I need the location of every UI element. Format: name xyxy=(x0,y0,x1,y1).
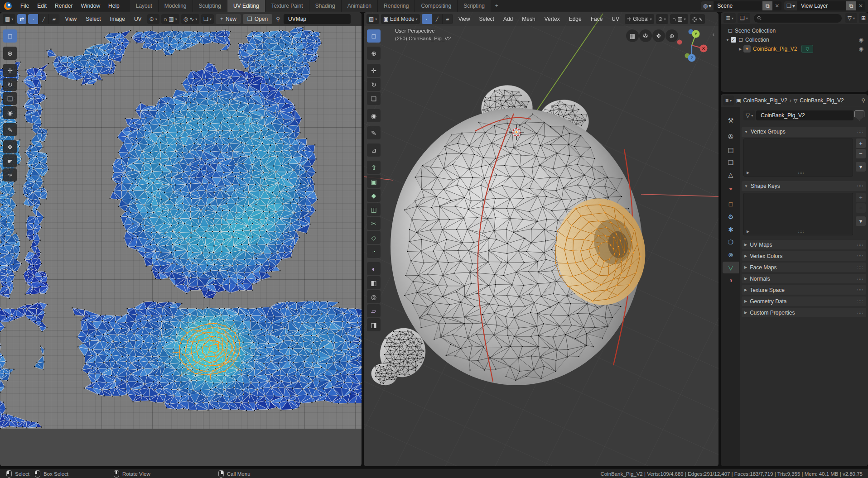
disclosure-right-icon[interactable]: ▶ xyxy=(747,171,749,175)
workspace-tab-animation[interactable]: Animation xyxy=(342,0,378,12)
properties-editor-type-button[interactable]: ≡▾ xyxy=(723,96,734,105)
uv-pivot-point-dropdown[interactable]: ⊙▾ xyxy=(147,14,159,24)
mesh-datablock-dropdown[interactable]: ▽▾ xyxy=(743,110,755,120)
menu-file[interactable]: File xyxy=(16,3,33,9)
tool-rip-region[interactable]: ◨ xyxy=(367,318,381,331)
tab-object-data[interactable]: ▽ xyxy=(723,262,739,273)
tool-pinch[interactable]: ✑ xyxy=(3,168,17,182)
tab-physics[interactable]: ❍ xyxy=(723,236,739,248)
uv-edge-select-button[interactable]: ╱ xyxy=(39,14,49,24)
collapse-region-icon[interactable]: ‹ xyxy=(713,31,714,38)
drag-grip-icon[interactable]: ∷∷ xyxy=(858,184,863,188)
tab-particles[interactable]: ✱ xyxy=(723,224,739,235)
browse-image-dropdown[interactable]: ❏▾ xyxy=(201,14,214,24)
workspace-tab-shading[interactable]: Shading xyxy=(309,0,342,12)
workspace-tab-uv-editing[interactable]: UV Editing xyxy=(227,0,265,12)
snapping-dropdown[interactable]: ∩▥▾ xyxy=(670,14,688,24)
outliner-row-scene-collection[interactable]: ⊟ Scene Collection xyxy=(721,26,868,35)
drag-grip-icon[interactable]: ∷∷ xyxy=(858,299,863,304)
outliner-search-input[interactable]: ⚲ xyxy=(754,14,842,23)
outliner-filter-dropdown[interactable]: ▽▾ xyxy=(845,13,857,23)
tool-move[interactable]: ✛ xyxy=(3,64,17,77)
vp-menu-select[interactable]: Select xyxy=(476,16,498,22)
drag-grip-icon[interactable]: ∷∷ xyxy=(858,243,863,247)
tab-world[interactable]: ◒ xyxy=(723,182,739,194)
tool-cursor[interactable]: ⊕ xyxy=(3,47,17,60)
disclosure-right-icon[interactable]: ▶ xyxy=(747,229,749,234)
tab-view-layer[interactable]: ❏ xyxy=(723,157,739,168)
panel-shape-keys[interactable]: ▼ Shape Keys ∷∷ xyxy=(742,181,866,191)
vp-menu-view[interactable]: View xyxy=(455,16,474,22)
editor-type-uv-button[interactable]: ▤▾ xyxy=(3,14,15,24)
new-collection-button[interactable]: ⊞ xyxy=(859,13,868,23)
transform-orientation-dropdown[interactable]: ✛Global▾ xyxy=(625,14,654,24)
vp-menu-uv[interactable]: UV xyxy=(608,16,623,22)
uv-menu-uv[interactable]: UV xyxy=(130,16,145,22)
tool-scale[interactable]: ❏ xyxy=(3,92,17,105)
panel-vertex-colors[interactable]: ▶Vertex Colors∷∷ xyxy=(742,251,866,261)
outliner-row-collection[interactable]: ▼ ✓ ⊟ Collection ◉ xyxy=(721,35,868,44)
menu-edit[interactable]: Edit xyxy=(33,3,51,9)
menu-window[interactable]: Window xyxy=(77,3,104,9)
vp-menu-vertex[interactable]: Vertex xyxy=(541,16,564,22)
disclosure-right-icon[interactable]: ▶ xyxy=(737,47,743,51)
navigation-axis-gizmo[interactable]: Y X Z xyxy=(674,27,710,63)
tool-rotate[interactable]: ↻ xyxy=(367,78,381,91)
uv-proportional-editing-dropdown[interactable]: ◎∿▾ xyxy=(181,14,200,24)
tool-extrude-region[interactable]: ⇧ xyxy=(367,161,381,174)
hide-eye-icon[interactable]: ◉ xyxy=(859,37,863,43)
tool-transform[interactable]: ◉ xyxy=(3,106,17,119)
drag-grip-icon[interactable]: ∷∷ xyxy=(858,288,863,292)
add-workspace-button[interactable]: + xyxy=(491,0,502,12)
new-image-button[interactable]: +New xyxy=(216,14,241,24)
tab-scene[interactable]: △ xyxy=(723,169,739,181)
tool-spin[interactable]: ◔ xyxy=(367,245,381,258)
tool-inset-faces[interactable]: ▣ xyxy=(367,175,381,188)
camera-view-icon[interactable]: ✇ xyxy=(639,29,652,42)
menu-render[interactable]: Render xyxy=(51,3,77,9)
tool-scale[interactable]: ❏ xyxy=(367,92,381,105)
uv-vertex-select-button[interactable]: ∙ xyxy=(28,14,39,24)
tool-annotate[interactable]: ✎ xyxy=(367,126,381,139)
drag-grip-icon[interactable]: ∷∷ xyxy=(858,254,863,258)
tab-object[interactable]: □ xyxy=(723,198,739,210)
pivot-point-dropdown[interactable]: ⊙▾ xyxy=(656,14,668,24)
panel-normals[interactable]: ▶Normals∷∷ xyxy=(742,274,866,283)
tab-tool[interactable]: ⚒ xyxy=(723,115,739,126)
workspace-tab-rendering[interactable]: Rendering xyxy=(378,0,415,12)
mode-dropdown[interactable]: ▣Edit Mode▾ xyxy=(381,14,420,24)
open-image-button[interactable]: ❐Open xyxy=(243,14,272,24)
tool-cursor[interactable]: ⊕ xyxy=(367,47,381,60)
tool-loop-cut[interactable]: ◫ xyxy=(367,203,381,216)
uv-menu-view[interactable]: View xyxy=(61,16,80,22)
collection-checkbox[interactable]: ✓ xyxy=(731,37,736,43)
tool-relax[interactable]: ☛ xyxy=(3,154,17,167)
workspace-tab-texture-paint[interactable]: Texture Paint xyxy=(265,0,309,12)
outliner-row-coinbank-pig[interactable]: ▶ ▼ CoinBank_Pig_V2 ▽ ◉ xyxy=(721,44,868,53)
vp-menu-mesh[interactable]: Mesh xyxy=(518,16,539,22)
blender-logo-icon[interactable] xyxy=(4,2,12,10)
scene-selector[interactable]: ◍▾ Scene ⧉ ✕ xyxy=(701,1,782,10)
workspace-tab-sculpting[interactable]: Sculpting xyxy=(193,0,227,12)
remove-shape-key-button[interactable]: − xyxy=(856,203,866,213)
shape-keys-list[interactable]: ▶ ∷∷ xyxy=(743,193,853,235)
panel-face-maps[interactable]: ▶Face Maps∷∷ xyxy=(742,263,866,272)
vertex-groups-list[interactable]: ▶ ∷∷ xyxy=(743,139,853,177)
uv-menu-select[interactable]: Select xyxy=(82,16,104,22)
tab-modifiers[interactable]: ⚙ xyxy=(723,211,739,223)
tab-constraints[interactable]: ⊗ xyxy=(723,249,739,261)
unlink-scene-icon[interactable]: ✕ xyxy=(772,1,781,10)
tab-material[interactable]: ◑ xyxy=(723,274,739,286)
vp-menu-face[interactable]: Face xyxy=(587,16,607,22)
uv-canvas[interactable] xyxy=(0,26,362,466)
drag-grip-icon[interactable]: ∷∷ xyxy=(858,265,863,270)
proportional-editing-dropdown[interactable]: ◎∿ xyxy=(690,14,705,24)
uv-snapping-dropdown[interactable]: ∩▥▾ xyxy=(161,14,179,24)
resize-grip-icon[interactable]: ∷∷ xyxy=(798,229,804,234)
menu-help[interactable]: Help xyxy=(104,3,124,9)
new-view-layer-icon[interactable]: ⧉ xyxy=(846,1,856,10)
drag-grip-icon[interactable]: ∷∷ xyxy=(858,129,863,134)
fake-user-shield-icon[interactable] xyxy=(854,110,864,120)
uv-sync-selection-toggle[interactable]: ⇄ xyxy=(17,14,26,24)
workspace-tab-compositing[interactable]: Compositing xyxy=(415,0,458,12)
